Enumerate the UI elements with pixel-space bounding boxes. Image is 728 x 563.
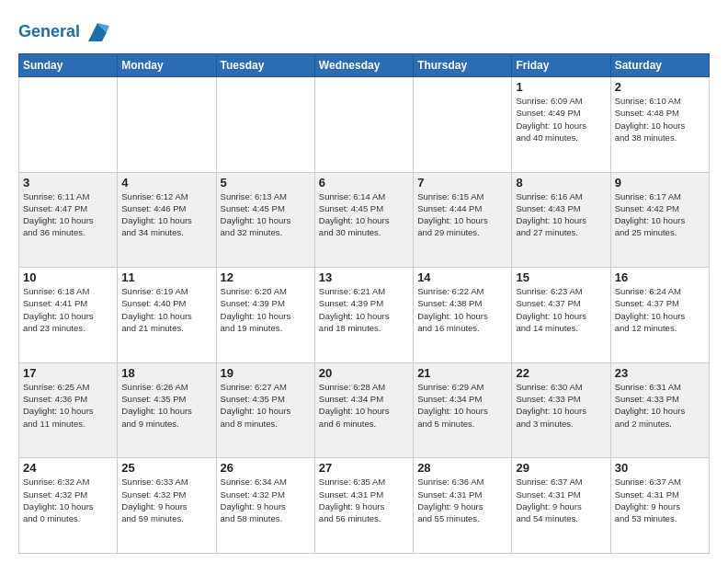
day-number: 1 bbox=[516, 80, 606, 94]
calendar-cell: 8Sunrise: 6:16 AM Sunset: 4:43 PM Daylig… bbox=[512, 172, 610, 268]
day-number: 6 bbox=[319, 176, 409, 190]
calendar: SundayMondayTuesdayWednesdayThursdayFrid… bbox=[18, 53, 710, 554]
day-info: Sunrise: 6:21 AM Sunset: 4:39 PM Dayligh… bbox=[319, 285, 409, 334]
day-number: 25 bbox=[121, 461, 211, 475]
day-of-week-header: Saturday bbox=[610, 54, 709, 77]
day-info: Sunrise: 6:27 AM Sunset: 4:35 PM Dayligh… bbox=[221, 381, 311, 430]
day-of-week-header: Monday bbox=[118, 54, 216, 77]
calendar-cell: 23Sunrise: 6:31 AM Sunset: 4:33 PM Dayli… bbox=[610, 362, 709, 458]
day-number: 11 bbox=[121, 270, 211, 284]
day-info: Sunrise: 6:28 AM Sunset: 4:34 PM Dayligh… bbox=[319, 381, 409, 430]
calendar-cell: 22Sunrise: 6:30 AM Sunset: 4:33 PM Dayli… bbox=[512, 362, 610, 458]
calendar-cell: 5Sunrise: 6:13 AM Sunset: 4:45 PM Daylig… bbox=[216, 172, 314, 268]
day-number: 30 bbox=[615, 461, 705, 475]
calendar-cell bbox=[118, 77, 216, 173]
day-of-week-header: Friday bbox=[512, 54, 610, 77]
day-number: 9 bbox=[615, 176, 705, 190]
day-info: Sunrise: 6:35 AM Sunset: 4:31 PM Dayligh… bbox=[319, 476, 409, 524]
day-number: 23 bbox=[615, 366, 705, 380]
day-info: Sunrise: 6:17 AM Sunset: 4:42 PM Dayligh… bbox=[615, 190, 705, 239]
day-info: Sunrise: 6:18 AM Sunset: 4:41 PM Dayligh… bbox=[23, 285, 113, 334]
day-info: Sunrise: 6:31 AM Sunset: 4:33 PM Dayligh… bbox=[615, 381, 705, 430]
day-info: Sunrise: 6:32 AM Sunset: 4:32 PM Dayligh… bbox=[23, 476, 113, 524]
calendar-cell: 14Sunrise: 6:22 AM Sunset: 4:38 PM Dayli… bbox=[414, 268, 512, 363]
calendar-cell: 10Sunrise: 6:18 AM Sunset: 4:41 PM Dayli… bbox=[19, 268, 118, 363]
calendar-cell: 1Sunrise: 6:09 AM Sunset: 4:49 PM Daylig… bbox=[512, 77, 610, 173]
day-info: Sunrise: 6:25 AM Sunset: 4:36 PM Dayligh… bbox=[23, 381, 113, 430]
calendar-cell: 6Sunrise: 6:14 AM Sunset: 4:45 PM Daylig… bbox=[314, 172, 413, 268]
calendar-cell: 25Sunrise: 6:33 AM Sunset: 4:32 PM Dayli… bbox=[118, 458, 216, 554]
page: General SundayMondayTuesdayWednesdayThur… bbox=[0, 0, 728, 563]
day-info: Sunrise: 6:10 AM Sunset: 4:48 PM Dayligh… bbox=[615, 95, 705, 144]
logo-icon bbox=[84, 18, 111, 46]
calendar-week-row: 10Sunrise: 6:18 AM Sunset: 4:41 PM Dayli… bbox=[19, 268, 710, 363]
calendar-cell: 12Sunrise: 6:20 AM Sunset: 4:39 PM Dayli… bbox=[216, 268, 314, 363]
calendar-cell: 29Sunrise: 6:37 AM Sunset: 4:31 PM Dayli… bbox=[512, 458, 610, 554]
calendar-cell bbox=[19, 77, 118, 173]
calendar-cell: 26Sunrise: 6:34 AM Sunset: 4:32 PM Dayli… bbox=[216, 458, 314, 554]
day-info: Sunrise: 6:13 AM Sunset: 4:45 PM Dayligh… bbox=[221, 190, 311, 239]
day-number: 15 bbox=[516, 270, 606, 284]
calendar-cell: 7Sunrise: 6:15 AM Sunset: 4:44 PM Daylig… bbox=[414, 172, 512, 268]
day-number: 4 bbox=[121, 176, 211, 190]
day-info: Sunrise: 6:15 AM Sunset: 4:44 PM Dayligh… bbox=[417, 190, 507, 239]
day-info: Sunrise: 6:19 AM Sunset: 4:40 PM Dayligh… bbox=[121, 285, 211, 334]
day-number: 19 bbox=[221, 366, 311, 380]
calendar-cell: 18Sunrise: 6:26 AM Sunset: 4:35 PM Dayli… bbox=[118, 362, 216, 458]
calendar-cell: 15Sunrise: 6:23 AM Sunset: 4:37 PM Dayli… bbox=[512, 268, 610, 363]
day-info: Sunrise: 6:24 AM Sunset: 4:37 PM Dayligh… bbox=[615, 285, 705, 334]
calendar-cell: 28Sunrise: 6:36 AM Sunset: 4:31 PM Dayli… bbox=[414, 458, 512, 554]
calendar-cell: 13Sunrise: 6:21 AM Sunset: 4:39 PM Dayli… bbox=[314, 268, 413, 363]
calendar-cell: 17Sunrise: 6:25 AM Sunset: 4:36 PM Dayli… bbox=[19, 362, 118, 458]
calendar-cell: 4Sunrise: 6:12 AM Sunset: 4:46 PM Daylig… bbox=[118, 172, 216, 268]
calendar-week-row: 17Sunrise: 6:25 AM Sunset: 4:36 PM Dayli… bbox=[19, 362, 710, 458]
day-number: 3 bbox=[23, 176, 113, 190]
day-info: Sunrise: 6:36 AM Sunset: 4:31 PM Dayligh… bbox=[417, 476, 507, 524]
day-number: 28 bbox=[417, 461, 507, 475]
day-number: 10 bbox=[23, 270, 113, 284]
calendar-cell bbox=[314, 77, 413, 173]
calendar-cell: 2Sunrise: 6:10 AM Sunset: 4:48 PM Daylig… bbox=[610, 77, 709, 173]
calendar-cell: 30Sunrise: 6:37 AM Sunset: 4:31 PM Dayli… bbox=[610, 458, 709, 554]
day-of-week-header: Wednesday bbox=[314, 54, 413, 77]
day-info: Sunrise: 6:34 AM Sunset: 4:32 PM Dayligh… bbox=[221, 476, 311, 524]
day-number: 27 bbox=[319, 461, 409, 475]
day-info: Sunrise: 6:23 AM Sunset: 4:37 PM Dayligh… bbox=[516, 285, 606, 334]
day-info: Sunrise: 6:20 AM Sunset: 4:39 PM Dayligh… bbox=[221, 285, 311, 334]
day-number: 20 bbox=[319, 366, 409, 380]
day-of-week-header: Tuesday bbox=[216, 54, 314, 77]
day-info: Sunrise: 6:14 AM Sunset: 4:45 PM Dayligh… bbox=[319, 190, 409, 239]
day-info: Sunrise: 6:30 AM Sunset: 4:33 PM Dayligh… bbox=[516, 381, 606, 430]
day-number: 14 bbox=[417, 270, 507, 284]
calendar-cell: 9Sunrise: 6:17 AM Sunset: 4:42 PM Daylig… bbox=[610, 172, 709, 268]
header: General bbox=[18, 15, 710, 46]
calendar-week-row: 3Sunrise: 6:11 AM Sunset: 4:47 PM Daylig… bbox=[19, 172, 710, 268]
day-number: 13 bbox=[319, 270, 409, 284]
day-info: Sunrise: 6:09 AM Sunset: 4:49 PM Dayligh… bbox=[516, 95, 606, 144]
calendar-cell: 3Sunrise: 6:11 AM Sunset: 4:47 PM Daylig… bbox=[19, 172, 118, 268]
day-info: Sunrise: 6:22 AM Sunset: 4:38 PM Dayligh… bbox=[417, 285, 507, 334]
day-number: 5 bbox=[221, 176, 311, 190]
day-number: 21 bbox=[417, 366, 507, 380]
day-info: Sunrise: 6:29 AM Sunset: 4:34 PM Dayligh… bbox=[417, 381, 507, 430]
calendar-cell: 11Sunrise: 6:19 AM Sunset: 4:40 PM Dayli… bbox=[118, 268, 216, 363]
day-of-week-header: Sunday bbox=[19, 54, 118, 77]
day-info: Sunrise: 6:16 AM Sunset: 4:43 PM Dayligh… bbox=[516, 190, 606, 239]
calendar-cell: 24Sunrise: 6:32 AM Sunset: 4:32 PM Dayli… bbox=[19, 458, 118, 554]
day-number: 7 bbox=[417, 176, 507, 190]
day-number: 12 bbox=[221, 270, 311, 284]
day-number: 17 bbox=[23, 366, 113, 380]
logo-text: General bbox=[18, 23, 80, 41]
day-number: 8 bbox=[516, 176, 606, 190]
day-info: Sunrise: 6:11 AM Sunset: 4:47 PM Dayligh… bbox=[23, 190, 113, 239]
calendar-week-row: 24Sunrise: 6:32 AM Sunset: 4:32 PM Dayli… bbox=[19, 458, 710, 554]
day-number: 18 bbox=[121, 366, 211, 380]
day-number: 24 bbox=[23, 461, 113, 475]
calendar-cell: 19Sunrise: 6:27 AM Sunset: 4:35 PM Dayli… bbox=[216, 362, 314, 458]
day-info: Sunrise: 6:37 AM Sunset: 4:31 PM Dayligh… bbox=[516, 476, 606, 524]
calendar-week-row: 1Sunrise: 6:09 AM Sunset: 4:49 PM Daylig… bbox=[19, 77, 710, 173]
calendar-cell bbox=[414, 77, 512, 173]
day-number: 2 bbox=[615, 80, 705, 94]
calendar-cell: 21Sunrise: 6:29 AM Sunset: 4:34 PM Dayli… bbox=[414, 362, 512, 458]
calendar-cell: 27Sunrise: 6:35 AM Sunset: 4:31 PM Dayli… bbox=[314, 458, 413, 554]
